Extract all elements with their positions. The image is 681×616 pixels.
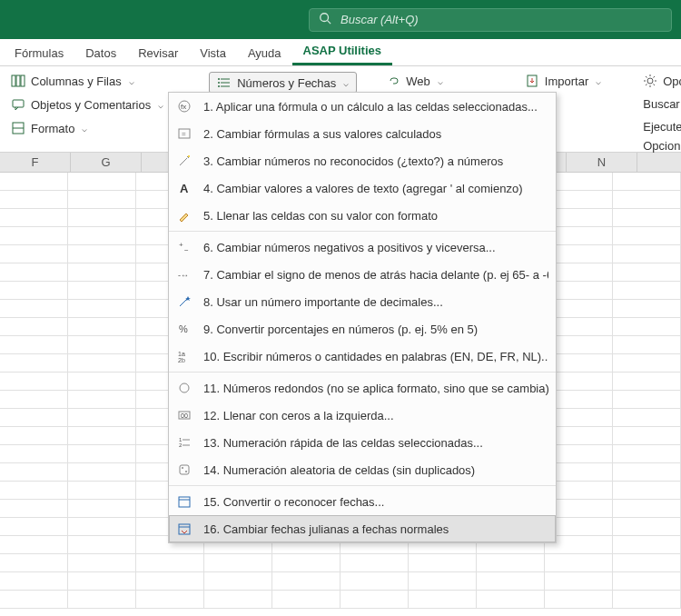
menu-item-julian-dates[interactable]: 16. Cambiar fechas julianas a fechas nor… (169, 515, 556, 542)
grid-cell[interactable] (0, 500, 68, 517)
grid-row[interactable] (0, 554, 681, 572)
grid-cell[interactable] (613, 518, 681, 535)
grid-cell[interactable] (613, 373, 681, 390)
grid-cell[interactable] (0, 409, 68, 426)
grid-cell[interactable] (0, 445, 68, 462)
menu-item-values-to-text[interactable]: A 4. Cambiar valores a valores de texto … (169, 174, 556, 202)
asap-options-button[interactable]: Opciones de ASAP Utilitie (639, 72, 681, 90)
grid-cell[interactable] (272, 554, 340, 571)
grid-cell[interactable] (272, 591, 340, 608)
import-button[interactable]: Importar⌵ (521, 72, 605, 90)
grid-cell[interactable] (68, 536, 136, 553)
grid-cell[interactable] (613, 354, 681, 372)
grid-cell[interactable] (68, 409, 136, 426)
grid-cell[interactable] (613, 463, 681, 481)
grid-cell[interactable] (340, 554, 409, 571)
menu-item-significant-decimals[interactable]: 8. Usar un número importante de decimale… (169, 288, 556, 315)
grid-cell[interactable] (613, 445, 681, 462)
menu-item-percent-to-number[interactable]: % 9. Convertir porcentajes en números (p… (169, 315, 556, 343)
grid-cell[interactable] (613, 191, 681, 208)
grid-cell[interactable] (68, 391, 136, 408)
grid-cell[interactable] (613, 336, 681, 353)
grid-cell[interactable] (68, 482, 136, 499)
tab-datos[interactable]: Datos (74, 41, 127, 65)
grid-cell[interactable] (0, 554, 68, 571)
grid-cell[interactable] (340, 591, 409, 608)
grid-cell[interactable] (613, 282, 681, 299)
grid-cell[interactable] (68, 245, 136, 263)
grid-cell[interactable] (0, 391, 68, 408)
grid-cell[interactable] (477, 572, 545, 590)
grid-cell[interactable] (409, 591, 477, 608)
grid-cell[interactable] (204, 572, 272, 590)
grid-cell[interactable] (272, 572, 340, 590)
menu-item-quick-numbering[interactable]: 12 13. Numeración rápida de las celdas s… (169, 429, 556, 456)
tab-ayuda[interactable]: Ayuda (237, 41, 292, 65)
grid-cell[interactable] (0, 282, 68, 299)
grid-cell[interactable] (0, 173, 68, 190)
menu-item-formulas-to-values[interactable]: = 2. Cambiar fórmulas a sus valores calc… (169, 120, 556, 147)
grid-cell[interactable] (0, 572, 68, 590)
tab-formulas[interactable]: Fórmulas (4, 41, 74, 65)
grid-cell[interactable] (68, 463, 136, 481)
grid-cell[interactable] (68, 300, 136, 317)
numbers-dates-button[interactable]: Números y Fechas⌵ (209, 72, 357, 94)
grid-cell[interactable] (0, 245, 68, 263)
grid-cell[interactable] (68, 354, 136, 372)
grid-cell[interactable] (613, 173, 681, 190)
grid-cell[interactable] (0, 209, 68, 226)
menu-item-random-numbering[interactable]: 14. Numeración aleatoria de celdas (sin … (169, 456, 556, 483)
col-header[interactable]: N (567, 153, 637, 172)
search-execute-button[interactable]: Buscar y ejecutar una utili (639, 95, 681, 113)
menu-item-negative-positive[interactable]: +− 6. Cambiar números negativos a positi… (169, 233, 556, 261)
grid-cell[interactable] (68, 373, 136, 390)
grid-cell[interactable] (68, 572, 136, 590)
grid-cell[interactable] (0, 373, 68, 390)
grid-cell[interactable] (613, 591, 681, 608)
grid-cell[interactable] (613, 300, 681, 317)
grid-cell[interactable] (613, 318, 681, 335)
grid-cell[interactable] (613, 500, 681, 517)
grid-cell[interactable] (68, 427, 136, 444)
grid-cell[interactable] (409, 554, 477, 571)
grid-cell[interactable] (204, 591, 272, 608)
grid-cell[interactable] (613, 227, 681, 244)
grid-cell[interactable] (0, 263, 68, 281)
grid-cell[interactable] (613, 263, 681, 281)
grid-cell[interactable] (613, 391, 681, 408)
grid-cell[interactable] (0, 427, 68, 444)
menu-item-convert-dates[interactable]: 15. Convertir o reconocer fechas... (169, 488, 556, 515)
grid-cell[interactable] (0, 191, 68, 208)
grid-cell[interactable] (477, 591, 545, 608)
grid-cell[interactable] (613, 536, 681, 553)
grid-cell[interactable] (0, 518, 68, 535)
menu-item-text-to-numbers[interactable]: 3. Cambiar números no reconocidos (¿text… (169, 147, 556, 174)
menu-item-round-numbers[interactable]: 11. Números redondos (no se aplica forma… (169, 374, 556, 402)
grid-cell[interactable] (545, 591, 613, 608)
grid-cell[interactable] (409, 572, 477, 590)
last-tool-button[interactable]: Ejecute la última herramie (639, 118, 681, 135)
grid-cell[interactable] (340, 572, 409, 590)
grid-cell[interactable] (0, 591, 68, 608)
col-header[interactable]: F (0, 153, 71, 172)
grid-cell[interactable] (545, 554, 613, 571)
grid-cell[interactable] (204, 554, 272, 571)
menu-item-apply-formula[interactable]: fx 1. Aplicar una fórmula o un cálculo a… (169, 93, 556, 120)
objects-comments-button[interactable]: Objetos y Comentarios⌵ (7, 95, 167, 114)
tab-vista[interactable]: Vista (189, 41, 237, 65)
grid-cell[interactable] (477, 554, 545, 571)
grid-cell[interactable] (613, 572, 681, 590)
tab-revisar[interactable]: Revisar (127, 41, 189, 65)
columns-rows-button[interactable]: Columnas y Filas⌵ (7, 72, 167, 90)
menu-item-move-minus-sign[interactable]: -↔ 7. Cambiar el signo de menos de atrás… (169, 261, 556, 288)
format-button[interactable]: Formato⌵ (7, 119, 167, 137)
grid-cell[interactable] (0, 482, 68, 499)
grid-cell[interactable] (68, 518, 136, 535)
grid-cell[interactable] (0, 300, 68, 317)
menu-item-leading-zeros[interactable]: 00 12. Llenar con ceros a la izquierda..… (169, 402, 556, 429)
menu-item-numbers-to-words[interactable]: 1a2b 10. Escribir números o cantidades e… (169, 343, 556, 370)
menu-item-fill-formatted-value[interactable]: 5. Llenar las celdas con su valor con fo… (169, 202, 556, 229)
grid-cell[interactable] (136, 554, 204, 571)
grid-cell[interactable] (68, 173, 136, 190)
grid-cell[interactable] (68, 554, 136, 571)
